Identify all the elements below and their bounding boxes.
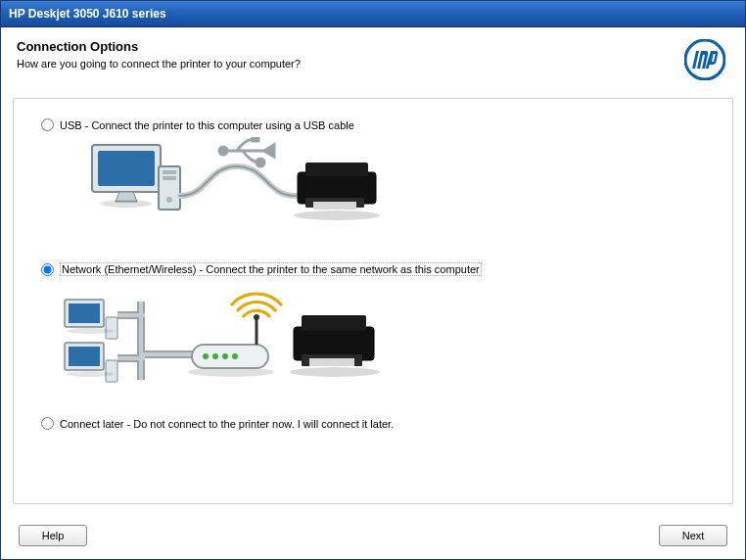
header-text: Connection Options How are you going to … [17,39,684,70]
page-subtitle: How are you going to connect the printer… [17,58,684,70]
radio-usb[interactable] [41,118,54,131]
svg-rect-6 [163,176,176,180]
illustration-usb [51,137,705,235]
hp-logo-icon [684,39,725,80]
window-title: HP Deskjet 3050 J610 series [9,7,166,21]
svg-rect-18 [69,303,100,323]
svg-point-20 [67,328,114,334]
svg-point-3 [101,200,152,208]
illustration-network [51,282,705,390]
svg-rect-44 [309,358,354,366]
installer-window: HP Deskjet 3050 J610 series Connection O… [0,0,746,560]
option-later: Connect later - Do not connect to the pr… [41,417,705,430]
svg-rect-15 [313,202,356,210]
option-usb: USB - Connect the printer to this comput… [41,118,705,235]
titlebar: HP Deskjet 3050 J610 series [1,1,745,27]
svg-point-37 [222,353,228,359]
svg-point-11 [256,159,264,166]
header: Connection Options How are you going to … [1,27,745,88]
next-button[interactable]: Next [659,525,727,546]
radio-network[interactable] [41,263,54,276]
label-later[interactable]: Connect later - Do not connect to the pr… [60,418,394,430]
label-network[interactable]: Network (Ethernet/Wireless) - Connect th… [60,262,482,276]
svg-point-24 [67,371,114,377]
svg-point-38 [232,353,238,359]
page-title: Connection Options [17,39,684,54]
label-usb[interactable]: USB - Connect the printer to this comput… [60,119,354,131]
svg-rect-2 [98,151,155,186]
option-network: Network (Ethernet/Wireless) - Connect th… [41,262,705,390]
svg-rect-13 [305,163,368,176]
svg-point-36 [212,353,218,359]
svg-rect-10 [253,137,258,141]
radio-later[interactable] [41,417,54,430]
content-panel: USB - Connect the printer to this comput… [13,98,733,504]
svg-point-7 [166,197,172,203]
svg-point-16 [294,210,380,220]
svg-rect-22 [69,347,100,366]
svg-rect-42 [302,315,366,331]
svg-rect-19 [106,317,117,339]
svg-point-40 [254,314,259,320]
footer: Help Next [1,512,745,559]
svg-rect-5 [163,170,176,174]
help-button[interactable]: Help [19,525,87,546]
svg-point-45 [290,367,380,377]
svg-rect-23 [106,360,117,382]
svg-point-35 [203,353,209,359]
